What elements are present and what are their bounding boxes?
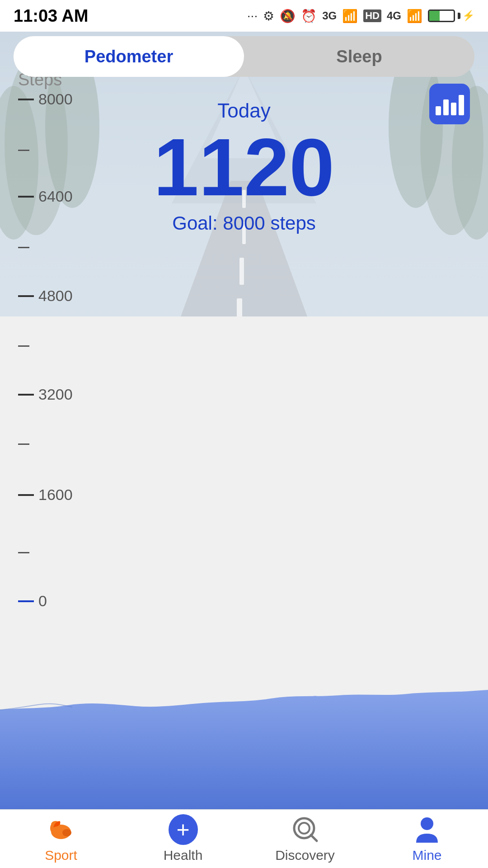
- tick-short-5: [18, 552, 29, 553]
- tick-0-blue: [18, 600, 34, 602]
- mine-nav-label: Mine: [412, 848, 441, 863]
- y-axis-short-3: [18, 340, 29, 349]
- nav-mine[interactable]: Mine: [366, 815, 488, 863]
- bluetooth-icon: ⚙: [263, 9, 274, 24]
- y-axis-0: 0: [18, 592, 47, 610]
- status-time: 11:03 AM: [14, 6, 88, 26]
- sport-nav-label: Sport: [45, 848, 77, 863]
- svg-line-20: [311, 835, 317, 841]
- discovery-nav-icon: [291, 815, 320, 844]
- hd-icon: HD: [363, 9, 381, 22]
- 4g-icon: 4G: [387, 9, 401, 22]
- sport-nav-icon: [47, 815, 76, 844]
- dots-icon: ···: [247, 9, 258, 23]
- alarm-icon: ⏰: [301, 9, 317, 24]
- battery-indicator: ⚡: [428, 9, 474, 22]
- tick-1600: [18, 494, 34, 496]
- y-axis-short-5: [18, 547, 29, 555]
- status-bar: 11:03 AM ··· ⚙ 🔕 ⏰ 3G 📶 HD 4G 📶 ⚡: [0, 0, 488, 32]
- nav-health[interactable]: + Health: [122, 815, 244, 863]
- plus-icon: +: [176, 818, 189, 841]
- y-axis-4800: 4800: [18, 287, 73, 305]
- today-label: Today: [217, 99, 270, 122]
- sleep-tab[interactable]: Sleep: [244, 36, 474, 77]
- steps-summary: Today 1120 Goal: 8000 steps: [0, 99, 488, 234]
- tick-4800: [18, 295, 34, 297]
- steps-wave-chart: [0, 628, 488, 809]
- nav-sport[interactable]: Sport: [0, 815, 122, 863]
- steps-count: 1120: [154, 127, 334, 208]
- tick-short-2: [18, 247, 29, 248]
- y-axis-short-2: [18, 242, 29, 250]
- goal-label: Goal: 8000 steps: [172, 212, 316, 234]
- tick-short-4: [18, 443, 29, 445]
- pedometer-tab[interactable]: Pedometer: [14, 36, 244, 77]
- mine-nav-icon: [413, 815, 442, 844]
- svg-point-21: [421, 817, 433, 830]
- y-axis-3200: 3200: [18, 386, 73, 403]
- tick-3200: [18, 394, 34, 396]
- svg-point-19: [299, 823, 310, 834]
- bottom-nav: Sport + Health Discovery Mine: [0, 809, 488, 868]
- discovery-nav-label: Discovery: [275, 848, 335, 863]
- tick-short-3: [18, 345, 29, 347]
- nav-discovery[interactable]: Discovery: [244, 815, 366, 863]
- y-axis-short-4: [18, 439, 29, 447]
- y-axis-1600: 1600: [18, 486, 73, 504]
- signal-icon: 📶: [342, 9, 358, 24]
- health-nav-icon: +: [169, 815, 198, 844]
- health-nav-label: Health: [164, 848, 203, 863]
- svg-point-17: [62, 829, 71, 836]
- mute-icon: 🔕: [280, 9, 296, 24]
- battery-bolt-icon: ⚡: [462, 10, 474, 22]
- status-icons: ··· ⚙ 🔕 ⏰ 3G 📶 HD 4G 📶 ⚡: [247, 9, 474, 24]
- 3g-icon: 3G: [322, 9, 337, 22]
- signal2-icon: 📶: [407, 9, 422, 24]
- tab-switcher: Pedometer Sleep: [14, 36, 474, 77]
